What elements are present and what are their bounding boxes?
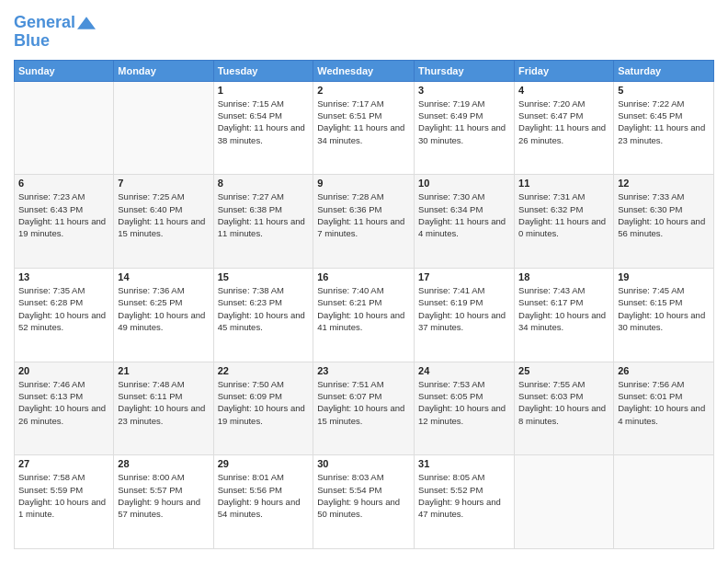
calendar-week-row: 1Sunrise: 7:15 AM Sunset: 6:54 PM Daylig…: [15, 81, 714, 175]
day-info: Sunrise: 8:01 AM Sunset: 5:56 PM Dayligh…: [218, 471, 310, 520]
calendar-cell: 23Sunrise: 7:51 AM Sunset: 6:07 PM Dayli…: [313, 362, 415, 455]
day-number: 17: [418, 271, 510, 282]
day-info: Sunrise: 7:28 AM Sunset: 6:36 PM Dayligh…: [317, 190, 410, 239]
calendar-cell: 12Sunrise: 7:33 AM Sunset: 6:30 PM Dayli…: [614, 175, 714, 269]
day-number: 15: [218, 271, 310, 282]
calendar-cell: 20Sunrise: 7:46 AM Sunset: 6:13 PM Dayli…: [15, 362, 114, 455]
day-number: 2: [317, 85, 410, 96]
weekday-header: Sunday: [15, 60, 114, 81]
day-info: Sunrise: 7:43 AM Sunset: 6:17 PM Dayligh…: [518, 284, 609, 333]
calendar-cell: 24Sunrise: 7:53 AM Sunset: 6:05 PM Dayli…: [415, 362, 515, 455]
day-info: Sunrise: 7:58 AM Sunset: 5:59 PM Dayligh…: [18, 471, 109, 520]
calendar-cell: 27Sunrise: 7:58 AM Sunset: 5:59 PM Dayli…: [15, 455, 114, 549]
calendar-week-row: 13Sunrise: 7:35 AM Sunset: 6:28 PM Dayli…: [15, 269, 714, 362]
day-info: Sunrise: 7:33 AM Sunset: 6:30 PM Dayligh…: [618, 190, 710, 239]
day-number: 22: [218, 365, 310, 376]
calendar-cell: 8Sunrise: 7:27 AM Sunset: 6:38 PM Daylig…: [213, 175, 313, 269]
calendar-cell: 11Sunrise: 7:31 AM Sunset: 6:32 PM Dayli…: [515, 175, 614, 269]
weekday-header: Thursday: [415, 60, 515, 81]
day-number: 26: [618, 365, 710, 376]
day-number: 3: [418, 85, 510, 96]
calendar-cell: 16Sunrise: 7:40 AM Sunset: 6:21 PM Dayli…: [313, 269, 415, 362]
day-info: Sunrise: 7:56 AM Sunset: 6:01 PM Dayligh…: [618, 378, 710, 427]
calendar-cell: 17Sunrise: 7:41 AM Sunset: 6:19 PM Dayli…: [415, 269, 515, 362]
day-number: 20: [18, 365, 109, 376]
day-info: Sunrise: 7:53 AM Sunset: 6:05 PM Dayligh…: [418, 378, 510, 427]
calendar-cell: 25Sunrise: 7:55 AM Sunset: 6:03 PM Dayli…: [515, 362, 614, 455]
day-number: 29: [218, 458, 310, 469]
calendar-cell: 7Sunrise: 7:25 AM Sunset: 6:40 PM Daylig…: [114, 175, 213, 269]
day-info: Sunrise: 7:17 AM Sunset: 6:51 PM Dayligh…: [317, 98, 410, 146]
calendar-cell: 10Sunrise: 7:30 AM Sunset: 6:34 PM Dayli…: [415, 175, 515, 269]
day-info: Sunrise: 7:40 AM Sunset: 6:21 PM Dayligh…: [317, 284, 410, 333]
calendar-week-row: 6Sunrise: 7:23 AM Sunset: 6:43 PM Daylig…: [15, 175, 714, 269]
calendar-week-row: 20Sunrise: 7:46 AM Sunset: 6:13 PM Dayli…: [15, 362, 714, 455]
day-info: Sunrise: 7:46 AM Sunset: 6:13 PM Dayligh…: [18, 378, 109, 427]
day-info: Sunrise: 8:00 AM Sunset: 5:57 PM Dayligh…: [118, 471, 209, 520]
day-number: 7: [118, 178, 209, 189]
calendar-cell: 21Sunrise: 7:48 AM Sunset: 6:11 PM Dayli…: [114, 362, 213, 455]
calendar-cell: 29Sunrise: 8:01 AM Sunset: 5:56 PM Dayli…: [213, 455, 313, 549]
day-info: Sunrise: 7:36 AM Sunset: 6:25 PM Dayligh…: [118, 284, 209, 333]
calendar-cell: 6Sunrise: 7:23 AM Sunset: 6:43 PM Daylig…: [15, 175, 114, 269]
weekday-header: Wednesday: [313, 60, 415, 81]
day-number: 4: [518, 85, 609, 96]
page: General Blue SundayMondayTuesdayWednesda…: [0, 0, 728, 563]
calendar-cell: [114, 81, 213, 175]
calendar-cell: 2Sunrise: 7:17 AM Sunset: 6:51 PM Daylig…: [313, 81, 415, 175]
svg-marker-0: [77, 17, 96, 29]
day-number: 13: [18, 271, 109, 282]
calendar-cell: 13Sunrise: 7:35 AM Sunset: 6:28 PM Dayli…: [15, 269, 114, 362]
calendar-cell: [515, 455, 614, 549]
day-number: 23: [317, 365, 410, 376]
day-number: 18: [518, 271, 609, 282]
calendar-cell: 3Sunrise: 7:19 AM Sunset: 6:49 PM Daylig…: [415, 81, 515, 175]
day-number: 25: [518, 365, 609, 376]
day-info: Sunrise: 8:03 AM Sunset: 5:54 PM Dayligh…: [317, 471, 410, 520]
calendar-body: 1Sunrise: 7:15 AM Sunset: 6:54 PM Daylig…: [15, 81, 714, 548]
logo-text: General: [14, 14, 75, 32]
day-info: Sunrise: 7:38 AM Sunset: 6:23 PM Dayligh…: [218, 284, 310, 333]
day-info: Sunrise: 7:30 AM Sunset: 6:34 PM Dayligh…: [418, 190, 510, 239]
calendar-cell: 15Sunrise: 7:38 AM Sunset: 6:23 PM Dayli…: [213, 269, 313, 362]
calendar-cell: [15, 81, 114, 175]
day-number: 16: [317, 271, 410, 282]
logo-icon: [77, 14, 96, 32]
day-info: Sunrise: 7:15 AM Sunset: 6:54 PM Dayligh…: [218, 98, 310, 146]
calendar-cell: [614, 455, 714, 549]
day-info: Sunrise: 7:35 AM Sunset: 6:28 PM Dayligh…: [18, 284, 109, 333]
day-info: Sunrise: 7:51 AM Sunset: 6:07 PM Dayligh…: [317, 378, 410, 427]
day-number: 30: [317, 458, 410, 469]
day-number: 11: [518, 178, 609, 189]
day-number: 12: [618, 178, 710, 189]
weekday-header: Tuesday: [213, 60, 313, 81]
header: General Blue: [14, 14, 714, 51]
day-number: 9: [317, 178, 410, 189]
day-number: 10: [418, 178, 510, 189]
day-info: Sunrise: 7:23 AM Sunset: 6:43 PM Dayligh…: [18, 190, 109, 239]
calendar-cell: 30Sunrise: 8:03 AM Sunset: 5:54 PM Dayli…: [313, 455, 415, 549]
day-number: 5: [618, 85, 710, 96]
weekday-header: Monday: [114, 60, 213, 81]
day-info: Sunrise: 7:45 AM Sunset: 6:15 PM Dayligh…: [618, 284, 710, 333]
day-number: 14: [118, 271, 209, 282]
day-number: 27: [18, 458, 109, 469]
day-number: 19: [618, 271, 710, 282]
day-number: 6: [18, 178, 109, 189]
day-info: Sunrise: 7:22 AM Sunset: 6:45 PM Dayligh…: [618, 98, 710, 146]
calendar-cell: 31Sunrise: 8:05 AM Sunset: 5:52 PM Dayli…: [415, 455, 515, 549]
day-number: 28: [118, 458, 209, 469]
day-number: 31: [418, 458, 510, 469]
day-info: Sunrise: 8:05 AM Sunset: 5:52 PM Dayligh…: [418, 471, 510, 520]
day-number: 24: [418, 365, 510, 376]
calendar-cell: 28Sunrise: 8:00 AM Sunset: 5:57 PM Dayli…: [114, 455, 213, 549]
logo-line2: Blue: [14, 32, 96, 51]
calendar-cell: 22Sunrise: 7:50 AM Sunset: 6:09 PM Dayli…: [213, 362, 313, 455]
calendar-week-row: 27Sunrise: 7:58 AM Sunset: 5:59 PM Dayli…: [15, 455, 714, 549]
day-info: Sunrise: 7:50 AM Sunset: 6:09 PM Dayligh…: [218, 378, 310, 427]
calendar-cell: 1Sunrise: 7:15 AM Sunset: 6:54 PM Daylig…: [213, 81, 313, 175]
calendar-cell: 5Sunrise: 7:22 AM Sunset: 6:45 PM Daylig…: [614, 81, 714, 175]
calendar-cell: 14Sunrise: 7:36 AM Sunset: 6:25 PM Dayli…: [114, 269, 213, 362]
calendar-cell: 18Sunrise: 7:43 AM Sunset: 6:17 PM Dayli…: [515, 269, 614, 362]
day-info: Sunrise: 7:27 AM Sunset: 6:38 PM Dayligh…: [218, 190, 310, 239]
